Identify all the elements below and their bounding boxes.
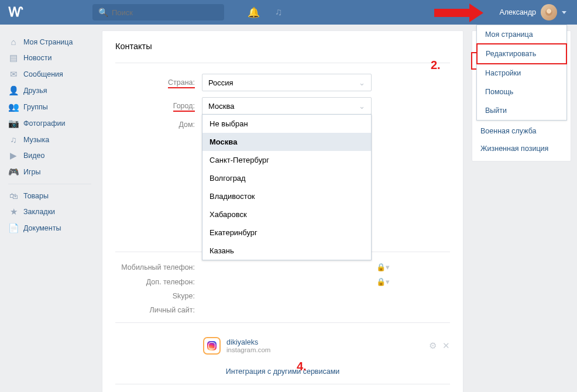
nav-label: Друзья (23, 87, 47, 95)
nav-label: Фотографии (23, 119, 65, 128)
friends-icon: 👤 (8, 85, 19, 96)
nav-label: Игры (23, 168, 40, 176)
city-option[interactable]: Волгоград (202, 169, 371, 187)
city-option[interactable]: Хабаровск (202, 205, 371, 223)
music-icon[interactable]: ♫ (275, 6, 283, 18)
city-option[interactable]: Не выбран (202, 115, 371, 133)
groups-icon: 👥 (8, 102, 19, 112)
city-value: Москва (208, 102, 234, 111)
dd-logout[interactable]: Выйти (477, 101, 566, 120)
username: Александр (499, 8, 536, 16)
nav-news[interactable]: ▤Новости (6, 50, 94, 66)
app-header: Ⱳ 🔍 🔔 ♫ Александр (0, 0, 577, 25)
dd-my-page[interactable]: Моя страница (477, 25, 566, 44)
docs-icon: 📄 (8, 223, 19, 233)
label-house: Дом: (115, 121, 202, 129)
city-option[interactable]: Владивосток (202, 187, 371, 205)
nav-label: Товары (23, 192, 49, 200)
messages-icon: ✉ (8, 69, 19, 80)
city-option[interactable]: Екатеринбург (202, 223, 371, 242)
nav-label: Группы (23, 103, 48, 111)
integration-name[interactable]: dikiyaleks (226, 338, 270, 346)
nav-friends[interactable]: 👤Друзья (6, 82, 94, 99)
gear-icon[interactable]: ⚙ (429, 341, 437, 351)
avatar (541, 4, 557, 20)
nav-photos[interactable]: 📷Фотографии (6, 115, 94, 132)
lock-icon[interactable]: 🔒▾ (376, 263, 390, 271)
divider (115, 322, 450, 323)
country-select[interactable]: Россия⌄ (202, 74, 372, 91)
dd-help[interactable]: Помощь (477, 82, 566, 101)
close-icon[interactable]: ✕ (442, 341, 450, 351)
nav-games[interactable]: 🎮Игры (6, 164, 94, 180)
callout-arrow (434, 5, 487, 20)
nav-market[interactable]: 🛍Товары (6, 188, 94, 204)
label-country: Страна: (115, 78, 202, 87)
label-mobile: Мобильный телефон: (115, 263, 202, 271)
nav-my-page[interactable]: ⌂Моя Страница (6, 34, 94, 50)
chevron-down-icon (562, 11, 566, 14)
city-option[interactable]: Москва (202, 133, 371, 151)
nav-groups[interactable]: 👥Группы (6, 99, 94, 115)
nav-bookmarks[interactable]: ★Закладки (6, 204, 94, 220)
dd-settings[interactable]: Настройки (477, 64, 566, 82)
nav-label: Новости (23, 54, 51, 62)
chevron-down-icon: ⌄ (359, 78, 365, 87)
instagram-icon (203, 337, 221, 355)
page-title: Контакты (115, 42, 450, 51)
nav-label: Документы (23, 224, 61, 232)
nav-docs[interactable]: 📄Документы (6, 220, 94, 236)
notifications-icon[interactable]: 🔔 (248, 6, 260, 19)
bookmarks-icon: ★ (8, 207, 19, 217)
search-box[interactable]: 🔍 (92, 4, 224, 20)
integration-row: dikiyaleks instagram.com ⚙ ✕ (203, 333, 450, 358)
rn-position[interactable]: Жизненная позиция (472, 140, 571, 157)
label-website: Личный сайт: (115, 306, 202, 314)
nav-label: Моя Страница (23, 38, 73, 46)
nav-label: Музыка (23, 136, 49, 144)
divider (115, 63, 450, 63)
user-menu-trigger[interactable]: Александр (494, 0, 571, 25)
lock-icon[interactable]: 🔒▾ (376, 277, 390, 286)
vk-logo[interactable]: Ⱳ (8, 5, 22, 20)
label-altphone: Доп. телефон: (115, 278, 202, 286)
city-option[interactable]: Санкт-Петербург (202, 151, 371, 169)
city-select[interactable]: Москва⌄ (202, 97, 372, 115)
photos-icon: 📷 (8, 118, 19, 129)
label-city: Город: (115, 102, 202, 110)
music-nav-icon: ♫ (8, 135, 19, 145)
chevron-down-icon: ⌄ (359, 102, 365, 111)
market-icon: 🛍 (8, 191, 19, 201)
user-dropdown: Моя страница Редактировать Настройки Пом… (476, 25, 567, 121)
city-option[interactable]: Казань (202, 242, 371, 260)
nav-messages[interactable]: ✉Сообщения (6, 66, 94, 82)
main-content: Контакты Страна: Россия⌄ 3. Город: Москв… (102, 30, 463, 392)
nav-label: Видео (23, 152, 45, 160)
city-dropdown: Не выбран Москва Санкт-Петербург Волгогр… (202, 114, 372, 260)
nav-music[interactable]: ♫Музыка (6, 132, 94, 147)
divider (115, 384, 450, 384)
rn-military[interactable]: Военная служба (472, 122, 571, 140)
news-icon: ▤ (8, 53, 19, 63)
label-skype: Skype: (115, 292, 202, 300)
home-icon: ⌂ (8, 37, 19, 47)
integration-domain: instagram.com (226, 346, 270, 353)
video-icon: ▶ (8, 150, 19, 161)
search-icon: 🔍 (98, 8, 108, 17)
nav-video[interactable]: ▶Видео (6, 147, 94, 164)
games-icon: 🎮 (8, 167, 19, 177)
integration-more-link[interactable]: Интеграция с другими сервисами (115, 367, 450, 376)
left-sidebar: ⌂Моя Страница ▤Новости ✉Сообщения 👤Друзь… (6, 30, 94, 392)
dd-edit[interactable]: Редактировать (476, 43, 567, 64)
country-value: Россия (208, 78, 233, 87)
nav-label: Закладки (23, 208, 55, 216)
nav-label: Сообщения (23, 70, 63, 78)
separator (8, 184, 91, 184)
search-input[interactable] (112, 8, 218, 17)
